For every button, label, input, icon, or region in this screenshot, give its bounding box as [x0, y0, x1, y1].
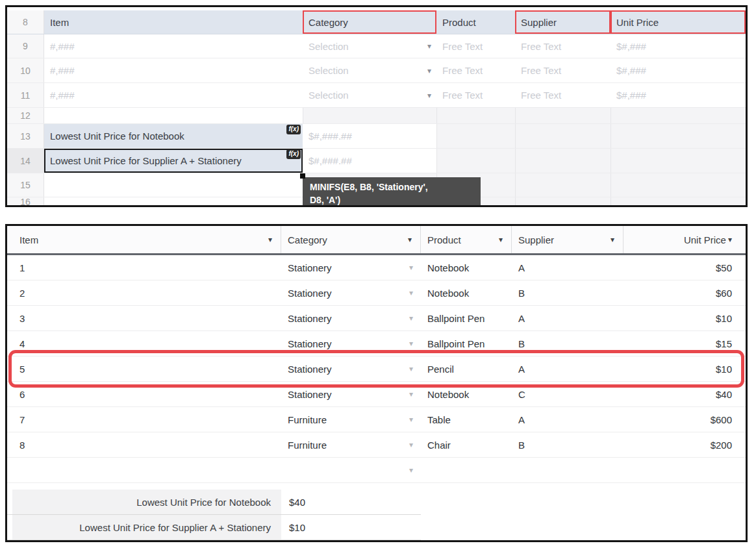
fill-handle[interactable]: [300, 173, 305, 179]
header-cell-item[interactable]: Item: [44, 10, 303, 34]
cell-unit-price: $10: [624, 356, 746, 381]
cell-category: Stationery ▾: [281, 331, 421, 356]
result-table-panel: Item ▾ Category ▾ Product ▾ Supplier ▾ U…: [5, 224, 748, 542]
category-value: Stationery: [288, 389, 332, 400]
cell-item-placeholder[interactable]: #,###: [44, 34, 303, 58]
table-row: 8 Furniture ▾ Chair B $200: [7, 432, 746, 458]
chevron-down-icon[interactable]: ▾: [409, 264, 413, 271]
selected-formula-label-cell[interactable]: Lowest Unit Price for Supplier A + Stati…: [44, 149, 303, 173]
row-number[interactable]: 13: [7, 124, 44, 148]
empty-cell[interactable]: [303, 108, 436, 123]
empty-cell[interactable]: [436, 124, 515, 148]
column-header-unit-price[interactable]: Unit Price ▾: [624, 226, 746, 253]
cell-category: Stationery ▾: [281, 280, 421, 305]
empty-cell[interactable]: [44, 173, 303, 197]
sheet-empty-row: 12: [7, 108, 746, 124]
summary-gap: [7, 483, 746, 490]
empty-cell[interactable]: [611, 108, 746, 123]
column-header-product[interactable]: Product ▾: [421, 226, 512, 253]
empty-cell[interactable]: [515, 149, 611, 173]
empty-cell[interactable]: [611, 173, 746, 197]
chevron-down-icon[interactable]: ▾: [427, 92, 431, 99]
cell-supplier-placeholder[interactable]: Free Text: [515, 58, 611, 82]
row-number[interactable]: 12: [7, 108, 44, 123]
empty-cell[interactable]: [515, 197, 611, 206]
result-table-header: Item ▾ Category ▾ Product ▾ Supplier ▾ U…: [7, 226, 746, 255]
cell-unit-price: $40: [624, 382, 746, 406]
chevron-down-icon[interactable]: ▾: [427, 67, 431, 75]
cell-unit-price-placeholder[interactable]: $#,###: [611, 34, 746, 58]
empty-cell[interactable]: [611, 149, 746, 173]
cell-item-placeholder[interactable]: #,###: [44, 83, 303, 107]
empty-cell[interactable]: [44, 197, 303, 206]
formula-label: Lowest Unit Price for Notebook: [50, 131, 184, 142]
cell-product-placeholder[interactable]: Free Text: [436, 34, 515, 58]
chevron-down-icon[interactable]: ▾: [427, 42, 431, 50]
table-row-highlighted: 5 Stationery ▾ Pencil A $10: [7, 356, 746, 382]
row-number[interactable]: 10: [7, 58, 44, 82]
cell-item: 6: [7, 382, 281, 406]
filter-dropdown-icon[interactable]: ▾: [499, 236, 503, 243]
cell-supplier-placeholder[interactable]: Free Text: [515, 34, 611, 58]
column-header-item[interactable]: Item ▾: [7, 226, 281, 253]
column-header-supplier[interactable]: Supplier ▾: [512, 226, 624, 253]
column-header-label: Item: [19, 234, 38, 245]
summary-value: $10: [281, 515, 305, 540]
chevron-down-icon[interactable]: ▾: [409, 416, 413, 423]
filter-dropdown-icon[interactable]: ▾: [268, 236, 272, 243]
row-number[interactable]: 15: [7, 173, 44, 197]
empty-cell[interactable]: [611, 197, 746, 206]
chevron-down-icon[interactable]: ▾: [409, 466, 413, 474]
chevron-down-icon[interactable]: ▾: [409, 340, 413, 347]
chevron-down-icon[interactable]: ▾: [409, 390, 413, 398]
filter-dropdown-icon[interactable]: ▾: [408, 236, 412, 243]
row-number[interactable]: 16: [7, 197, 44, 206]
filter-dropdown-icon[interactable]: ▾: [611, 236, 614, 243]
empty-cell[interactable]: [44, 108, 303, 123]
cell-supplier: B: [512, 280, 624, 305]
table-empty-row: ▾: [7, 458, 746, 483]
cell-unit-price-placeholder[interactable]: $#,###: [611, 83, 746, 107]
chevron-down-icon[interactable]: ▾: [409, 441, 413, 449]
empty-cell[interactable]: [515, 108, 611, 123]
column-header-category[interactable]: Category ▾: [281, 226, 421, 253]
formula-label-cell[interactable]: Lowest Unit Price for Notebook f(x): [44, 124, 303, 148]
row-number[interactable]: 11: [7, 83, 44, 107]
empty-cell[interactable]: [611, 124, 746, 148]
cell-supplier-placeholder[interactable]: Free Text: [515, 83, 611, 107]
formula-badge-icon[interactable]: f(x): [286, 125, 301, 134]
formula-value-cell[interactable]: $#,###.##: [303, 149, 436, 173]
chevron-down-icon[interactable]: ▾: [409, 365, 413, 373]
header-cell-unit-price[interactable]: Unit Price: [611, 10, 746, 34]
cell-unit-price-placeholder[interactable]: $#,###: [611, 58, 746, 82]
chevron-down-icon[interactable]: ▾: [409, 289, 413, 297]
formula-badge-icon[interactable]: f(x): [286, 149, 301, 159]
cell-category: Stationery ▾: [281, 306, 421, 330]
header-cell-supplier[interactable]: Supplier: [515, 10, 611, 34]
formula-value-cell[interactable]: $#,###.##: [303, 124, 436, 148]
empty-cell[interactable]: [515, 173, 611, 197]
chevron-down-icon[interactable]: ▾: [409, 314, 413, 322]
header-cell-product[interactable]: Product: [436, 10, 515, 34]
cell-product-placeholder[interactable]: Free Text: [436, 83, 515, 107]
column-header-label: Product: [427, 234, 461, 245]
filter-dropdown-icon[interactable]: ▾: [728, 236, 732, 243]
row-number[interactable]: 8: [7, 10, 44, 34]
cell-category-select[interactable]: Selection ▾: [303, 34, 436, 58]
empty-cell[interactable]: [436, 108, 515, 123]
sheet-header-row: 8 Item Category Product Supplier Unit Pr…: [7, 10, 746, 34]
sheet-formula-row-selected: 14 Lowest Unit Price for Supplier A + St…: [7, 149, 746, 173]
category-value: Stationery: [288, 364, 332, 375]
cell-item-placeholder[interactable]: #,###: [44, 58, 303, 82]
empty-cell[interactable]: [436, 149, 515, 173]
cell-category-select[interactable]: Selection ▾: [303, 83, 436, 107]
cell-category-select[interactable]: Selection ▾: [303, 58, 436, 82]
cell-product-placeholder[interactable]: Free Text: [436, 58, 515, 82]
header-cell-category[interactable]: Category: [303, 10, 436, 34]
empty-cell[interactable]: [515, 124, 611, 148]
header-label-unit-price: Unit Price: [616, 17, 659, 28]
cell-supplier: B: [512, 331, 624, 356]
row-number[interactable]: 14: [7, 149, 44, 173]
selection-placeholder: Selection: [309, 65, 349, 76]
row-number[interactable]: 9: [7, 34, 44, 58]
